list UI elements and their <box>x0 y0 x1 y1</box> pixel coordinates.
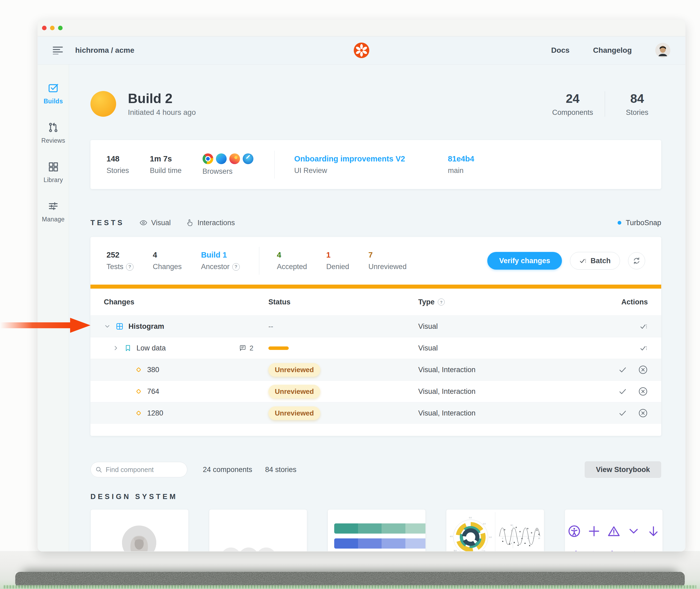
ancestor-build-link[interactable]: Build 1 <box>201 251 240 259</box>
app-header: hichroma / acme Docs <box>38 36 685 64</box>
accept-all-icon[interactable] <box>640 344 648 352</box>
deny-icon[interactable] <box>638 365 648 375</box>
tests-help-icon[interactable]: ? <box>126 263 133 271</box>
accept-icon[interactable] <box>618 365 627 374</box>
build-header: Build 2 Initiated 4 hours ago 24 Compone… <box>90 84 661 124</box>
interactions-filter[interactable]: Interactions <box>186 219 235 227</box>
accepted-label: Accepted <box>277 263 307 271</box>
swatch-row-blue <box>334 538 426 549</box>
edge-browser-icon <box>216 153 227 164</box>
stories-label: Stories <box>613 109 661 117</box>
component-card-icons[interactable] <box>565 509 663 551</box>
warning-icon <box>608 525 620 537</box>
component-card-avatar[interactable] <box>90 509 189 551</box>
denied-stat: 1 Denied <box>326 251 349 271</box>
component-card-charts[interactable]: 0.0 2.0 1.0 7.0 6.0 5.0 4.0 <box>446 509 544 551</box>
changelog-link[interactable]: Changelog <box>593 46 632 55</box>
status-empty: -- <box>268 322 273 331</box>
ancestor-help-icon[interactable]: ? <box>232 263 240 271</box>
viewport-name: 1280 <box>147 409 163 417</box>
comment-count-group[interactable]: 2 <box>239 344 253 352</box>
components-count: 24 <box>549 91 597 106</box>
pr-title-link[interactable]: Onboarding improvements V2 <box>294 155 405 163</box>
chevron-right-icon <box>608 549 620 551</box>
status-badge: Unreviewed <box>268 385 320 398</box>
tick-label: -5 <box>510 542 512 544</box>
diamond-icon <box>135 409 142 417</box>
components-label: Components <box>549 109 597 117</box>
table-header: Changes Status Type ? Actions <box>90 288 661 316</box>
view-storybook-button[interactable]: View Storybook <box>585 461 661 478</box>
refresh-icon <box>633 257 641 265</box>
annotation-arrow <box>0 317 91 333</box>
diamond-icon <box>135 366 142 374</box>
accepted-value: 4 <box>277 251 307 259</box>
deny-icon[interactable] <box>638 408 648 418</box>
table-row-test[interactable]: 380 Unreviewed Visual, Interaction <box>90 359 661 380</box>
component-card-avatar-list[interactable]: + 10 <box>209 509 307 551</box>
verify-changes-button[interactable]: Verify changes <box>487 252 562 269</box>
chevron-right-icon[interactable] <box>112 345 119 352</box>
commit-block: 81e4b4 main <box>448 155 474 175</box>
accessibility-icon <box>568 525 581 537</box>
accept-all-icon[interactable] <box>640 322 648 330</box>
component-grid-icon <box>115 322 124 330</box>
library-grid-icon <box>47 161 59 173</box>
bottom-artifact-strip <box>4 585 696 588</box>
tests-summary: 252 Tests ? 4 Changes Build 1 Ancestor ? <box>90 237 661 284</box>
sidebar-item-library[interactable]: Library <box>44 161 63 184</box>
maximize-window-button[interactable] <box>58 26 63 30</box>
component-name: Histogram <box>128 322 164 331</box>
sidebar-item-reviews[interactable]: Reviews <box>41 122 65 144</box>
component-card-swatches[interactable] <box>328 509 426 551</box>
sidebar-item-label: Manage <box>42 216 65 223</box>
tick-label: 10 <box>538 537 540 539</box>
batch-button[interactable]: Batch <box>570 252 620 269</box>
avatar <box>256 548 276 551</box>
type-cell: Visual, Interaction <box>418 409 592 417</box>
table-row-test[interactable]: 764 Unreviewed Visual, Interaction <box>90 380 661 402</box>
batch-button-label: Batch <box>591 257 611 265</box>
chevron-down-icon <box>628 525 640 537</box>
browsers-label: Browsers <box>203 167 253 176</box>
avatar <box>221 548 241 551</box>
accept-icon[interactable] <box>618 387 627 396</box>
deny-icon[interactable] <box>638 387 648 396</box>
app-logo-icon[interactable] <box>354 42 369 58</box>
visual-filter[interactable]: Visual <box>139 219 171 227</box>
minimize-window-button[interactable] <box>50 26 55 30</box>
turbosnap-indicator[interactable]: TurboSnap <box>618 219 661 227</box>
info-stories-label: Stories <box>106 167 129 175</box>
ancestor-stat: Build 1 Ancestor ? <box>201 251 240 271</box>
column-header-changes: Changes <box>104 298 268 306</box>
table-row-component[interactable]: Histogram -- Visual <box>90 316 661 337</box>
menu-icon[interactable] <box>53 46 63 54</box>
sidebar-item-builds[interactable]: Builds <box>44 82 63 105</box>
table-row-story[interactable]: Low data 2 Visual <box>90 337 661 359</box>
sidebar-item-manage[interactable]: Manage <box>42 200 65 223</box>
docs-link[interactable]: Docs <box>551 46 570 55</box>
column-header-type: Type <box>418 298 434 306</box>
build-header-stats: 24 Components 84 Stories <box>549 91 661 117</box>
user-avatar[interactable] <box>655 43 670 58</box>
portrait-image <box>122 526 156 551</box>
chevron-down-icon[interactable] <box>104 323 111 330</box>
commit-hash-link[interactable]: 81e4b4 <box>448 155 474 163</box>
status-badge: Unreviewed <box>268 406 320 420</box>
app-window: hichroma / acme Docs <box>37 19 686 552</box>
refresh-button[interactable] <box>628 252 645 269</box>
table-row-test[interactable]: 1280 Unreviewed Visual, Interaction <box>90 402 661 424</box>
type-help-icon[interactable]: ? <box>438 299 445 306</box>
accept-icon[interactable] <box>618 409 627 417</box>
tick-label: 2.0 <box>483 523 485 525</box>
sidebar: Builds Reviews Library <box>38 64 69 551</box>
search-input[interactable] <box>90 462 187 477</box>
breadcrumb[interactable]: hichroma / acme <box>75 46 134 55</box>
close-window-button[interactable] <box>42 26 47 30</box>
commit-branch: main <box>448 167 474 175</box>
tick-label: 4.0 <box>450 535 452 538</box>
stat-divider <box>605 91 605 117</box>
stories-count: 84 <box>613 91 661 106</box>
pr-subtitle: UI Review <box>294 167 405 175</box>
stories-count-text: 84 stories <box>265 465 297 474</box>
